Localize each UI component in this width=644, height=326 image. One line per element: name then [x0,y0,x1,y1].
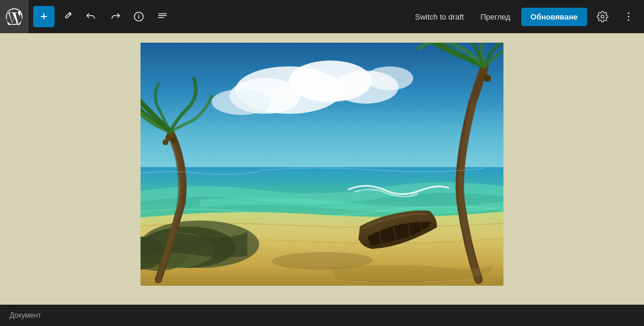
redo-button[interactable] [104,6,126,27]
pencil-icon [62,11,74,23]
switch-to-draft-button[interactable]: Switch to draft [409,9,470,25]
more-options-icon [623,11,635,23]
topbar-left: + [5,0,409,33]
editor-canvas [0,43,644,286]
redo-icon [109,11,121,23]
settings-button[interactable] [592,6,613,27]
document-label: Документ [9,311,41,319]
svg-point-25 [162,139,168,145]
list-view-button[interactable] [152,6,173,27]
preview-button[interactable]: Преглед [474,9,516,25]
gear-icon [597,11,608,23]
list-view-icon [157,11,168,23]
bottom-bar: Документ [0,305,644,326]
undo-icon [85,11,97,23]
svg-point-1 [601,15,604,18]
svg-point-3 [628,16,630,18]
info-button[interactable] [128,6,149,27]
edit-icon-button[interactable] [57,6,78,27]
svg-point-10 [212,89,271,115]
more-options-button[interactable] [618,6,639,27]
update-button[interactable]: Обновяване [521,8,587,26]
info-icon [133,11,145,23]
add-block-button[interactable]: + [33,6,55,27]
svg-point-2 [628,12,630,14]
undo-button[interactable] [81,6,102,27]
svg-point-28 [477,76,484,83]
svg-point-24 [171,138,177,143]
svg-point-11 [366,66,413,90]
topbar: + [0,0,644,33]
svg-point-4 [628,20,630,21]
content-area: Документ [0,33,644,326]
svg-point-27 [484,75,491,82]
topbar-right: Switch to draft Преглед Обновяване [409,6,639,27]
image-block[interactable] [141,43,503,286]
beach-image [141,43,503,286]
wp-logo-button[interactable] [0,0,28,33]
